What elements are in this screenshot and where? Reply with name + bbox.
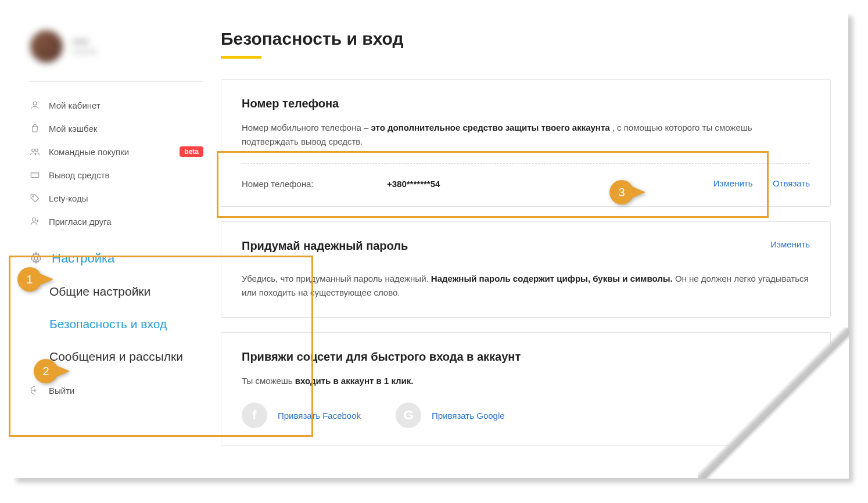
logout-icon <box>29 385 41 396</box>
sidebar-item-security[interactable]: Безопасность и вход <box>29 308 203 340</box>
sidebar-item-invite[interactable]: Пригласи друга <box>29 210 203 233</box>
section-heading: Придумай надежный пароль <box>242 239 408 253</box>
svg-point-2 <box>35 149 38 152</box>
password-description: Убедись, что придуманный пароль надежный… <box>242 272 810 300</box>
bag-icon <box>29 123 41 134</box>
social-label: Привязать Facebook <box>278 411 361 421</box>
annotation-marker-1: 1 <box>17 267 53 292</box>
facebook-icon: f <box>242 403 267 428</box>
marker-tail <box>53 364 70 378</box>
sidebar-item-label: Мой кабинет <box>49 100 203 110</box>
annotation-marker-2: 2 <box>34 359 70 383</box>
social-label: Привязать Google <box>432 411 505 421</box>
google-icon: G <box>396 403 421 428</box>
svg-point-0 <box>33 102 37 105</box>
gear-icon <box>29 252 43 265</box>
sidebar-item-label: Вывод средств <box>49 170 203 180</box>
phone-row: Номер телефона: +380*******54 Изменить О… <box>242 163 810 189</box>
sub-label: Безопасность и вход <box>49 317 167 331</box>
tag-icon <box>29 192 41 204</box>
sidebar-item-label: Выйти <box>49 386 203 396</box>
sidebar-item-label: Lety-коды <box>49 193 203 203</box>
sidebar-item-lety[interactable]: Lety-коды <box>29 186 203 210</box>
link-google-button[interactable]: G Привязать Google <box>396 403 505 428</box>
settings-heading-label: Настройка <box>52 251 114 266</box>
invite-icon <box>29 215 41 227</box>
sidebar-item-label: Командные покупки <box>49 147 171 157</box>
text-bold: это дополнительное средство защиты твоег… <box>371 123 609 132</box>
section-heading: Номер телефона <box>242 97 810 110</box>
phone-change-link[interactable]: Изменить <box>713 178 753 188</box>
section-heading: Привяжи соцсети для быстрого входа в акк… <box>242 350 810 364</box>
svg-rect-3 <box>31 173 39 178</box>
marker-tail <box>37 272 53 286</box>
sidebar-item-settings[interactable]: Настройка <box>29 242 203 275</box>
main-content: Безопасность и вход Номер телефона Номер… <box>215 29 831 461</box>
social-section: Привяжи соцсети для быстрого входа в акк… <box>221 332 831 446</box>
title-underline <box>221 56 261 59</box>
group-icon <box>29 146 41 157</box>
sidebar-item-cabinet[interactable]: Мой кабинет <box>29 94 203 117</box>
text: Номер мобильного телефона – <box>242 123 371 132</box>
sidebar-item-withdraw[interactable]: Вывод средств <box>29 163 203 186</box>
password-section: Придумай надежный пароль Изменить Убедис… <box>221 221 831 318</box>
sidebar-item-label: Пригласи друга <box>49 217 203 227</box>
sidebar-item-team[interactable]: Командные покупки beta <box>29 140 203 163</box>
phone-description: Номер мобильного телефона – это дополнит… <box>242 121 810 149</box>
annotation-marker-3: 3 <box>609 180 645 204</box>
text-bold: входить в аккаунт в 1 клик. <box>295 376 414 386</box>
text: Ты сможешь <box>242 376 295 386</box>
svg-point-6 <box>34 257 38 260</box>
settings-nav: Настройка Общие настройки Безопасность и… <box>29 242 203 373</box>
avatar <box>29 29 64 64</box>
link-facebook-button[interactable]: f Привязать Facebook <box>242 403 361 428</box>
page-title: Безопасность и вход <box>221 29 831 49</box>
phone-unlink-link[interactable]: Отвязать <box>773 178 810 188</box>
beta-badge: beta <box>180 146 203 157</box>
marker-tail <box>629 185 645 199</box>
profile-area: xxxx xxxxxxx <box>29 29 203 64</box>
sidebar-item-cashback[interactable]: Мой кэшбек <box>29 117 203 140</box>
profile-name: xxxx xxxxxxx <box>73 36 97 57</box>
svg-point-1 <box>32 149 35 152</box>
password-change-link[interactable]: Изменить <box>770 239 810 249</box>
text: Убедись, что придуманный пароль надежный… <box>242 274 431 283</box>
phone-value: +380*******54 <box>387 179 696 189</box>
sidebar-item-general-settings[interactable]: Общие настройки <box>29 275 203 308</box>
sidebar-item-label: Мой кэшбек <box>49 124 203 134</box>
divider <box>29 81 203 82</box>
sidebar: xxxx xxxxxxx Мой кабинет Мой кэшбек Кома… <box>29 29 215 461</box>
svg-point-5 <box>33 218 36 221</box>
text-bold: Надежный пароль содержит цифры, буквы и … <box>431 274 673 283</box>
svg-point-4 <box>33 196 34 197</box>
social-description: Ты сможешь входить в аккаунт в 1 клик. <box>242 374 810 388</box>
sub-label: Общие настройки <box>49 285 150 299</box>
wallet-icon <box>29 169 41 181</box>
phone-label: Номер телефона: <box>242 179 387 189</box>
person-icon <box>29 99 41 111</box>
phone-section: Номер телефона Номер мобильного телефона… <box>221 79 831 207</box>
